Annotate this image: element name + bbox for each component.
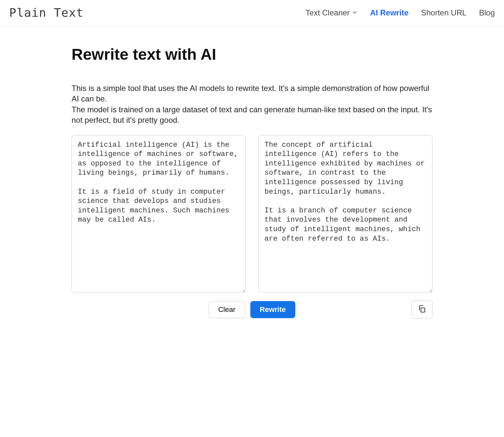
page-description: This is a simple tool that uses the AI m… xyxy=(72,83,432,126)
nav-ai-rewrite[interactable]: AI Rewrite xyxy=(370,8,409,17)
copy-icon xyxy=(418,305,426,314)
nav-shorten-url-label: Shorten URL xyxy=(421,8,467,17)
chevron-down-icon xyxy=(352,8,358,17)
center-buttons: Clear Rewrite xyxy=(209,301,295,318)
clear-button[interactable]: Clear xyxy=(209,301,245,318)
controls-row: Clear Rewrite xyxy=(72,301,432,318)
site-header: Plain Text Text Cleaner AI Rewrite Short… xyxy=(0,0,504,26)
text-panes xyxy=(72,135,432,293)
nav-text-cleaner-label: Text Cleaner xyxy=(305,8,350,17)
top-nav: Text Cleaner AI Rewrite Shorten URL Blog xyxy=(305,8,495,17)
nav-blog-label: Blog xyxy=(479,8,495,17)
description-line-2: The model is trained on a large dataset … xyxy=(72,104,432,126)
nav-text-cleaner[interactable]: Text Cleaner xyxy=(305,8,358,17)
svg-rect-0 xyxy=(421,308,425,312)
nav-ai-rewrite-label: AI Rewrite xyxy=(370,8,409,17)
input-textarea[interactable] xyxy=(72,135,246,293)
copy-button[interactable] xyxy=(411,300,432,319)
rewrite-button[interactable]: Rewrite xyxy=(250,301,295,318)
nav-shorten-url[interactable]: Shorten URL xyxy=(421,8,467,17)
output-textarea[interactable] xyxy=(258,135,432,293)
main-content: Rewrite text with AI This is a simple to… xyxy=(65,26,439,331)
nav-blog[interactable]: Blog xyxy=(479,8,495,17)
site-logo[interactable]: Plain Text xyxy=(9,6,84,19)
page-title: Rewrite text with AI xyxy=(72,45,432,63)
description-line-1: This is a simple tool that uses the AI m… xyxy=(72,83,432,104)
